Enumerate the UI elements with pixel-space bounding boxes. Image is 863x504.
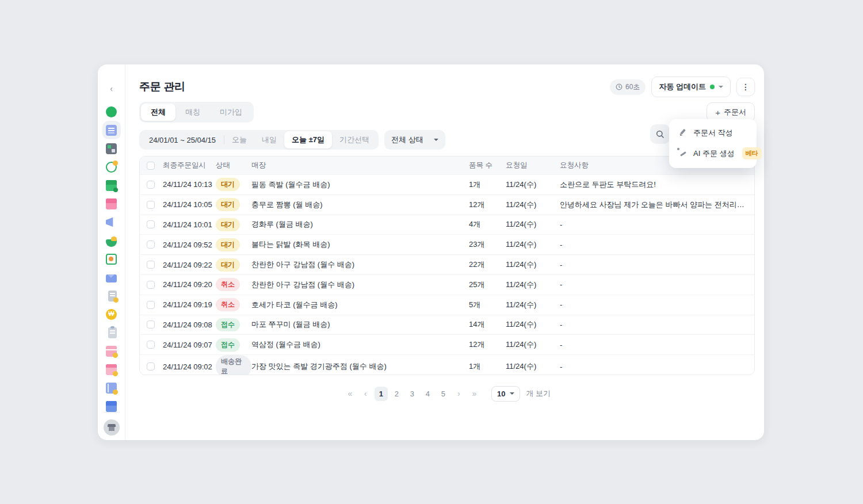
table-row[interactable]: 24/11/24 09:19 취소 호세가 타코 (월수금 배송) 5개 11/… bbox=[140, 295, 754, 315]
item-count: 1개 bbox=[469, 361, 506, 372]
item-count: 14개 bbox=[469, 319, 506, 330]
request-note: 안녕하세요 사장님 제가 오늘은 바빠서 양파는 전처리 부탁드려요 … bbox=[560, 200, 754, 210]
row-checkbox[interactable] bbox=[147, 320, 155, 329]
table-row[interactable]: 24/11/24 10:05 대기 충무로 짬뽕 (월 배송) 12개 11/2… bbox=[140, 194, 754, 215]
sidebar-item[interactable] bbox=[102, 305, 121, 323]
row-checkbox[interactable] bbox=[147, 240, 155, 249]
page-numbers: 1 2 3 4 5 bbox=[375, 387, 450, 401]
request-note: - bbox=[560, 280, 754, 289]
table-row[interactable]: 24/11/24 09:07 접수 역삼정 (월수금 배송) 12개 11/24… bbox=[140, 334, 754, 354]
clipboard-green-icon bbox=[106, 254, 117, 265]
last-page-button[interactable]: » bbox=[468, 387, 481, 400]
auto-update-button[interactable]: 자동 업데이트 bbox=[651, 77, 731, 97]
sidebar-item[interactable] bbox=[102, 102, 121, 121]
page-size-select[interactable]: 10 bbox=[491, 386, 520, 402]
table-row[interactable]: 24/11/24 09:52 대기 불타는 닭발 (화목 배송) 23개 11/… bbox=[140, 234, 754, 254]
sidebar-item[interactable] bbox=[102, 176, 121, 194]
dropdown-menu-item[interactable]: AI 주문 생성 베타 bbox=[673, 143, 753, 164]
table-row[interactable]: 24/11/24 09:02 배송완료 가장 맛있는 족발 경기광주점 (월수 … bbox=[140, 354, 754, 375]
tabs-row: 전체 매칭 미가입 + 주문서 bbox=[139, 102, 755, 123]
quick-date-option[interactable]: 기간선택 bbox=[332, 131, 377, 148]
row-checkbox[interactable] bbox=[147, 341, 155, 349]
sidebar-item[interactable] bbox=[102, 342, 121, 360]
table-row[interactable]: 24/11/24 09:22 대기 찬란한 아구 강남점 (월수 배송) 22개… bbox=[140, 254, 754, 274]
sidebar-item[interactable] bbox=[102, 231, 121, 250]
row-checkbox[interactable] bbox=[147, 181, 155, 189]
status-badge: 대기 bbox=[216, 198, 240, 211]
request-date: 11/24(수) bbox=[506, 339, 560, 350]
chat-icon bbox=[106, 106, 117, 117]
quick-date-option[interactable]: 오늘 bbox=[224, 131, 254, 148]
create-order-label: 주문서 bbox=[724, 107, 746, 117]
status-filter-select[interactable]: 전체 상태 bbox=[384, 130, 445, 150]
sidebar-item[interactable] bbox=[102, 360, 121, 379]
row-checkbox[interactable] bbox=[147, 301, 155, 309]
sidebar-collapse-button[interactable]: ‹ bbox=[110, 83, 113, 94]
dropdown-menu-item[interactable]: 주문서 작성 bbox=[673, 123, 753, 143]
more-options-button[interactable]: ⋮ bbox=[736, 78, 755, 96]
row-checkbox[interactable] bbox=[147, 281, 155, 289]
select-all-checkbox[interactable] bbox=[147, 162, 155, 170]
page-number-button[interactable]: 5 bbox=[437, 387, 450, 401]
column-header-items: 품목 수 bbox=[469, 161, 506, 170]
won-coin-icon bbox=[106, 309, 117, 320]
first-page-button[interactable]: « bbox=[343, 387, 357, 400]
sidebar-item[interactable] bbox=[102, 213, 121, 231]
date-range-field[interactable]: 24/01/01 ~ 25/04/15 bbox=[141, 132, 224, 148]
tab[interactable]: 매칭 bbox=[175, 104, 210, 121]
sidebar-item[interactable] bbox=[102, 139, 121, 158]
search-button[interactable] bbox=[650, 124, 670, 144]
row-checkbox[interactable] bbox=[147, 220, 155, 228]
page-number-button[interactable]: 2 bbox=[390, 387, 403, 401]
sidebar-item[interactable] bbox=[102, 287, 121, 305]
chevron-left-icon: ‹ bbox=[110, 84, 113, 93]
store-name: 찬란한 아구 강남점 (월수 배송) bbox=[251, 259, 469, 270]
double-chevron-right-icon: » bbox=[472, 389, 477, 398]
status-badge: 대기 bbox=[216, 178, 240, 191]
calendar-pink-icon bbox=[106, 364, 117, 375]
sidebar-item[interactable] bbox=[102, 250, 121, 268]
table-row[interactable]: 24/11/24 09:08 접수 마포 쭈꾸미 (월금 배송) 14개 11/… bbox=[140, 315, 754, 335]
sync-icon bbox=[106, 162, 117, 173]
sidebar-item[interactable] bbox=[102, 158, 121, 176]
status-badge: 접수 bbox=[216, 318, 240, 331]
prev-page-button[interactable]: ‹ bbox=[359, 387, 372, 400]
table-row[interactable]: 24/11/24 10:13 대기 필동 족발 (월수금 배송) 1개 11/2… bbox=[140, 174, 754, 194]
store-avatar[interactable] bbox=[104, 419, 120, 436]
order-datetime: 24/11/24 10:05 bbox=[163, 200, 216, 209]
quick-date-option[interactable]: 내일 bbox=[254, 131, 284, 148]
kebab-icon: ⋮ bbox=[742, 84, 750, 90]
row-checkbox[interactable] bbox=[147, 201, 155, 209]
quick-date-option[interactable]: 오늘 ±7일 bbox=[284, 131, 332, 148]
store-name: 찬란한 아구 강남점 (월수 배송) bbox=[251, 280, 469, 290]
table-row[interactable]: 24/11/24 09:20 취소 찬란한 아구 강남점 (월수 배송) 25개… bbox=[140, 274, 754, 295]
next-page-button[interactable]: › bbox=[452, 387, 465, 400]
store-blue-icon bbox=[106, 401, 117, 412]
request-date: 11/24(수) bbox=[506, 200, 560, 210]
tab[interactable]: 전체 bbox=[141, 104, 175, 121]
column-header-request-date: 요청일 bbox=[506, 161, 560, 170]
page-number-button[interactable]: 4 bbox=[421, 387, 434, 401]
notebook-blue-icon bbox=[106, 383, 117, 394]
request-note: 소란으로 두판도 부탁드려요! bbox=[560, 180, 754, 190]
item-count: 25개 bbox=[469, 280, 506, 290]
row-checkbox[interactable] bbox=[147, 261, 155, 269]
tab[interactable]: 미가입 bbox=[210, 104, 252, 121]
sidebar-item[interactable] bbox=[102, 379, 121, 397]
sidebar-item[interactable] bbox=[102, 323, 121, 342]
request-note: - bbox=[560, 240, 754, 249]
sidebar-footer bbox=[104, 412, 120, 444]
megaphone-icon bbox=[106, 217, 117, 228]
sidebar-item[interactable] bbox=[102, 194, 121, 213]
page-number-button[interactable]: 3 bbox=[406, 387, 419, 401]
page-number-button[interactable]: 1 bbox=[375, 387, 388, 401]
table-row[interactable]: 24/11/24 10:01 대기 경화루 (월금 배송) 4개 11/24(수… bbox=[140, 215, 754, 235]
sidebar-item[interactable] bbox=[102, 121, 121, 139]
row-checkbox[interactable] bbox=[147, 362, 155, 371]
store-name: 가장 맛있는 족발 경기광주점 (월수 배송) bbox=[251, 361, 469, 372]
item-count: 12개 bbox=[469, 200, 506, 210]
filter-tabs: 전체 매칭 미가입 bbox=[139, 102, 254, 123]
status-badge: 접수 bbox=[216, 338, 240, 352]
sidebar-item[interactable] bbox=[102, 268, 121, 287]
date-filter-group: 24/01/01 ~ 25/04/15 오늘 내일 오늘 ±7일 기간선택 bbox=[139, 130, 379, 150]
